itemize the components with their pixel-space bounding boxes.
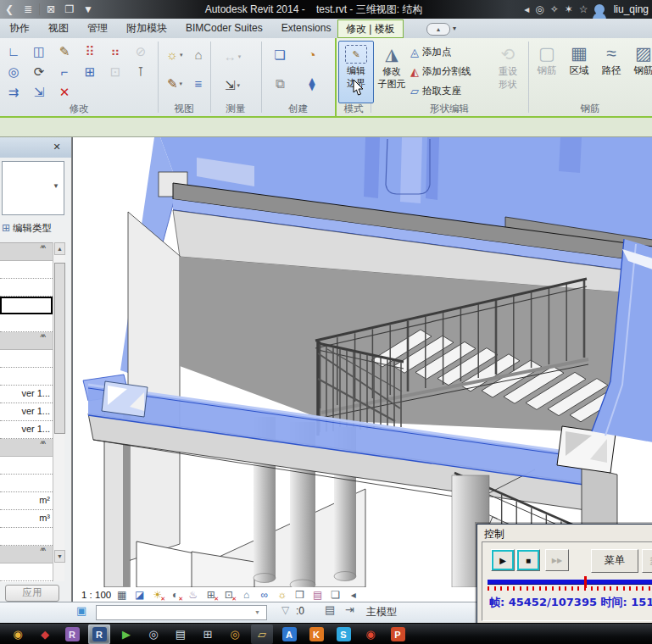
qat-customize-icon[interactable]: ▼ [81,2,96,17]
taskbar-search-icon[interactable]: ◎ [224,625,246,644]
property-row[interactable]: m² [0,492,53,510]
taskbar-blue-a-icon[interactable]: A [278,625,300,644]
unpin-icon[interactable]: ⊘ [131,42,151,60]
reveal-hidden-elements-icon[interactable]: ☼ [275,588,289,601]
mirror-icon[interactable]: ⠶ [105,42,125,60]
create-group-icon[interactable]: ◔ [302,45,322,64]
displacement-set-icon[interactable]: ❏ [328,588,343,601]
property-row[interactable] [0,528,53,546]
scrollbar-thumb[interactable] [54,263,65,434]
tab-4[interactable]: 附加模块 [117,19,176,38]
chevron-down-icon[interactable]: ▾ [180,80,183,86]
visibility-graphics-icon[interactable]: ☼▾ [164,45,185,64]
ribbon-collapse-menu-icon[interactable]: ▾ [453,25,456,32]
taskbar-k-app-icon[interactable]: K [305,625,327,644]
shadows-icon[interactable]: ◐✕ [168,588,182,601]
create-floor-icon[interactable]: ❏ [270,45,290,64]
panel-label-view[interactable]: 视图 [158,103,210,115]
user-avatar[interactable] [594,4,605,14]
property-row[interactable] [0,368,53,386]
exclude-options-icon[interactable]: ⇥ [345,604,354,615]
taskbar-app-red-green-icon[interactable]: ◆ [34,625,56,644]
viewbar-scroll-left-icon[interactable]: ◂ [346,588,360,601]
split-with-gap-icon[interactable]: ✎ [54,42,75,60]
panel-label-modify[interactable]: 修改 [0,103,158,115]
edit-type-button[interactable]: ⊞ 编辑类型 [2,219,70,237]
taskbar-app-gold-icon[interactable]: ◉ [7,625,29,644]
show-crop-region-icon[interactable]: ⊡✕ [221,588,236,601]
align-icon[interactable]: ∟ [3,42,24,60]
taskbar-media-player-green-icon[interactable]: ▶ [115,625,137,644]
render-icon[interactable]: ⌂ [188,45,209,64]
collapse-chevron-icon[interactable]: ^^ [41,244,44,253]
tab-2[interactable]: 视图 [39,19,78,38]
tab-modify-floor[interactable]: 修改 | 楼板 [337,19,404,38]
property-row[interactable]: ver 1... [0,386,53,403]
infocenter-collapse-icon[interactable]: ◂ [524,4,529,14]
scroll-up-icon[interactable]: ▲ [54,242,65,255]
taskbar-notepad-icon[interactable]: ▤ [170,625,192,644]
taskbar-calculator-icon[interactable]: ⊞ [197,625,219,644]
worksets-combobox[interactable] [96,605,267,620]
property-row[interactable]: ver 1... [0,403,53,421]
graphic-display-options-icon[interactable]: ✎▾ [164,74,185,92]
property-row[interactable]: m³ [0,510,53,528]
property-row[interactable] [0,297,53,314]
collapse-chevron-icon[interactable]: ^^ [41,333,44,341]
stop-button[interactable]: ■ [516,549,540,571]
chevron-down-icon[interactable]: ▼ [53,182,59,190]
pick-supports-button[interactable]: ▱拾取支座 [410,81,461,100]
qat-thin-lines-icon[interactable]: ≣ [20,2,36,17]
sun-path-icon[interactable]: ☀✕ [150,588,164,601]
taskbar-skype-icon[interactable]: S [332,625,354,644]
modify-sub-elements-button[interactable]: ◮ 修改 子图元 [374,41,410,103]
create-region-icon[interactable]: ⊡ [105,62,125,80]
add-point-button[interactable]: ◬添加点 [410,42,452,61]
property-row[interactable] [0,261,53,279]
chevron-down-icon[interactable]: ▾ [237,82,241,88]
rebar-button[interactable]: ▢钢筋 [532,41,561,93]
create-assembly-icon[interactable]: ⧉ [270,74,290,92]
chevron-down-icon[interactable]: ▼ [254,609,260,615]
panel-label-rebar[interactable]: 钢筋 [528,103,652,115]
show-rendering-icon[interactable]: ♨ [186,588,200,601]
properties-section-header[interactable]: ^^ [0,243,53,261]
collapse-chevron-icon[interactable]: ^^ [41,547,44,555]
signed-in-user[interactable]: liu_qing [614,3,649,15]
tab-1[interactable]: 协作 [0,19,39,38]
rotate-icon[interactable]: ⟳ [29,62,49,80]
taskbar-doc-viewer-icon[interactable]: ◎ [142,625,164,644]
thin-lines-icon[interactable]: ≡ [188,74,209,92]
qat-overflow-left-icon[interactable]: ❮ [2,2,17,17]
chevron-down-icon[interactable]: ▾ [238,53,242,59]
trim-extend-icon[interactable]: ⌐ [54,62,75,80]
properties-section-header[interactable]: ^^ [0,546,53,564]
scale-icon[interactable]: ⇲ [29,82,49,101]
apply-button[interactable]: 应用 [5,585,59,602]
aligned-dimension-icon[interactable]: ⇲▾ [222,75,242,94]
detail-level-icon[interactable]: ▦ [114,588,129,601]
panel-label-create[interactable]: 创建 [261,103,335,115]
communication-center-icon[interactable]: ✶ [565,4,573,14]
worksets-icon[interactable]: ▣ [76,605,86,616]
delete-icon[interactable]: ✕ [54,82,75,101]
close-icon[interactable]: ✕ [51,141,63,153]
edit-boundary-button[interactable]: ✎ 编辑 边界 [338,41,374,103]
create-parts-icon[interactable]: ⊞ [80,62,100,80]
rebar-path-button[interactable]: ≈路径 [597,41,626,93]
scroll-down-icon[interactable]: ▼ [54,550,65,563]
qat-close-hidden-windows-icon[interactable]: ⊠ [43,2,59,17]
worksharing-display-icon[interactable]: ▤ [325,604,335,615]
qat-switch-windows-icon[interactable]: ❐ [62,2,77,17]
rebar-area-button[interactable]: ▦区域 [565,41,593,93]
property-row[interactable] [0,564,53,581]
taskbar-media-red-icon[interactable]: ◉ [359,625,382,644]
property-row[interactable] [0,581,53,582]
timeline-bar[interactable] [488,580,652,585]
reset-shape-button[interactable]: ⟲ 重设 形状 [490,41,526,103]
search-icon[interactable]: ◎ [535,4,543,14]
ribbon-collapse-button[interactable]: ▴ [426,23,450,36]
chevron-down-icon[interactable]: ▾ [180,52,183,58]
align-elements-icon[interactable]: ⇉ [3,82,24,101]
property-row[interactable]: ver 1... [0,421,53,439]
